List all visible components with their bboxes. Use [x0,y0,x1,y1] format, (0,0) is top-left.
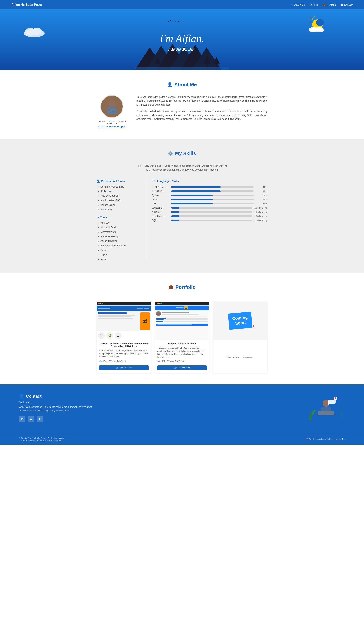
navbar: Alfian Nurhuda Putra 👤 About Me 🏷 Skills… [0,0,364,10]
nav-item-skills[interactable]: 🏷 Skills [310,4,318,6]
lang-skill-pct: 60% [256,186,267,188]
lang-skill-row: HTML/HTML560% [152,186,267,188]
footer-left: © 2023 Alfian Nurhuda Putra – All rights… [19,437,65,442]
portfolio-card-1-desc-text: Create website using HTML, CSS and JavaS… [99,350,148,358]
svg-point-30 [108,100,115,107]
mockup-dot-red [98,303,100,304]
svg-point-42 [335,397,336,399]
tools-item: Adobe Photoshop [100,234,138,239]
nav-link-contact[interactable]: 📋 Contact [340,4,352,6]
portfolio-card-2-info: Project - Alfian's Portfolio ● Create we… [155,340,209,373]
portfolio-card-2-title: Project - Alfian's Portfolio [157,342,207,345]
portfolio-card-2-tech: </> HTML, CSS and JavaScript [157,360,207,362]
contact-left: 👤 Contact Get in touch Want to ask somet… [19,394,95,422]
code-icon: </> [152,180,156,182]
mockup-bar-fill-3 [156,321,163,322]
footer-right: ❤ Created by Alfian with love and passio… [306,438,345,440]
mockup-content-1: 🏙 🛡 🌿 ☁ [97,306,151,340]
github-icon[interactable]: ⊛ [28,416,34,422]
linkedin-icon[interactable]: in [37,416,43,422]
portfolio-card-1-btn[interactable]: 🔗 Website Link [99,365,149,370]
moon-decoration: ★ ★ ★ [307,15,326,32]
lang-skill-bar-bg [171,211,252,213]
professional-icon: 👤 [97,179,100,183]
portfolio-title: 💼 Portfolio [168,284,196,290]
lang-skill-bar-bg [171,186,254,188]
mockup-body-2 [155,310,209,340]
portfolio-card-1: 🏙 🛡 🌿 ☁ Project - Software Engineering F… [97,302,151,373]
navbar-links: 👤 About Me 🏷 Skills 💼 Portfolio 📋 Contac… [290,4,352,6]
nav-placeholder [98,308,110,309]
lang-skill-bar-fill [171,186,221,188]
mockup-text-col [98,312,139,330]
nav-item-placeholder-2 [144,308,150,309]
about-cv-link[interactable]: My CV : cv-alfiannurhudaputra [98,125,126,128]
mockup-hero-content: 🏙 [97,311,151,331]
email-icon[interactable]: ✉ [19,416,25,422]
about-content: ULTO Software Engineer | Computer Techni… [97,95,267,128]
lang-skills-title: </> Languages Skills [152,179,267,183]
mockup-leaf: 🌿 [106,332,113,339]
mockup-bar-empty-3 [164,321,208,322]
lang-skill-pct: 60% [256,190,267,192]
hero-subtitle-rest: grammer. [178,46,196,51]
lang-skill-bar-bg [171,199,254,200]
linkedin-symbol: in [39,418,41,420]
mockup-name-line [162,312,190,313]
nav-link-skills[interactable]: 🏷 Skills [310,4,318,6]
nav-item-contact[interactable]: 📋 Contact [340,4,352,6]
portfolio-card-1-tech: </> HTML, CSS and JavaScript [99,360,149,362]
contact-subtitle: Get in touch [19,401,95,404]
svg-rect-29 [134,67,230,70]
mockup-heading [98,312,127,314]
portfolio-card-2-btn[interactable]: 🔗 Website Link [157,365,207,370]
contact-icons: ✉ ⊛ in [19,416,95,422]
svg-point-7 [310,18,310,19]
svg-text:★: ★ [313,17,314,19]
coming-soon-badge: ComingSoon [228,312,252,330]
about-role: Software Engineer | Computer Technician [97,120,127,125]
lang-skill-bar-fill [171,190,221,192]
lang-skill-bar-fill [171,211,179,213]
lang-skill-row: Node.js10% Learning [152,211,267,213]
professional-skill-item: Web Development [100,193,138,198]
hero-title: I'm Alfian. [160,33,204,45]
bullet-icon: ● [99,350,100,352]
tools-item: Notion [100,257,138,262]
person-icon: 👤 [290,4,294,6]
professional-skills-title: 👤 Professional Skills [97,179,138,183]
lang-skill-name: Java [152,198,169,201]
svg-rect-37 [328,399,336,404]
lang-skill-row: Java50% [152,198,267,201]
tools-item: Microsoft Word [100,230,138,234]
lang-skill-bar-fill [171,220,179,221]
nav-item-about[interactable]: 👤 About Me [290,4,305,6]
footer-powered: </> Powered by HTML,CSS and JavaScript [19,439,65,442]
mockup-cloud: ☁ [115,332,122,339]
footer-copyright: © 2023 Alfian Nurhuda Putra – All rights… [19,437,65,439]
lang-skill-name: C++ [152,202,169,205]
mockup-shield: 🛡 [98,332,105,339]
portfolio-card-2-image: ☁ [155,302,209,340]
nav-link-portfolio[interactable]: 💼 Portfolio [323,4,336,6]
portfolio-grid: 🏙 🛡 🌿 ☁ Project - Software Engineering F… [97,302,267,373]
portfolio-icon: 💼 [323,4,326,6]
about-para2: Previously I had attended vocational hig… [136,109,267,121]
mockup-bar-fill-2 [156,319,164,320]
lang-skill-pct: 10% Learning [254,215,267,217]
mockup-content-2: ☁ [155,306,209,340]
mockup-dot-green-2 [160,303,162,304]
mockup-bottom-bar [156,324,208,326]
mockup-bar-empty-1 [166,318,208,319]
skills-icon: 🏷 [310,4,312,6]
nav-link-about[interactable]: 👤 About Me [290,4,305,6]
gear-icon: ⚙️ [168,151,173,156]
nav-item-portfolio[interactable]: 💼 Portfolio [323,4,336,6]
lang-skill-bar-bg [171,194,254,196]
cloud-left-decoration [23,25,46,38]
contact-title: 👤 Contact [19,394,95,399]
tools-item: Vegas Creative Software [100,243,138,248]
skills-right-column: </> Languages Skills HTML/HTML560%CSS/CS… [146,179,267,262]
lang-skill-bar-bg [171,203,254,204]
portfolio-card-2: ☁ [155,302,209,373]
